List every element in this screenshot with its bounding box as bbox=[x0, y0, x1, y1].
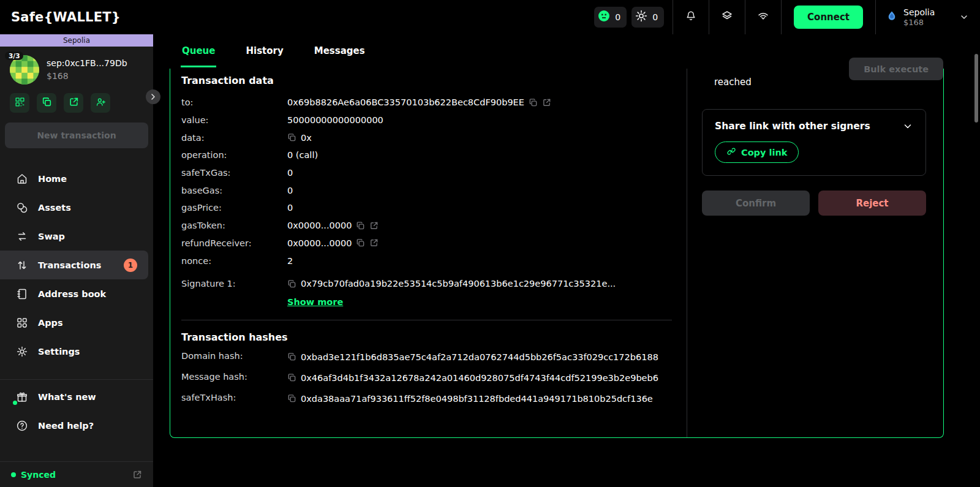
tab-history[interactable]: History bbox=[244, 34, 284, 67]
sidebar-item-assets[interactable]: Assets bbox=[0, 193, 153, 222]
sidebar-item-label: Assets bbox=[38, 203, 71, 213]
add-signer-icon bbox=[96, 97, 106, 110]
need-help-button[interactable]: Need help? bbox=[0, 411, 153, 440]
show-more-link[interactable]: Show more bbox=[287, 297, 343, 307]
external-link-icon[interactable] bbox=[542, 98, 551, 107]
hash-value: 0xda38aaa71af933611ff52f8e0498bf31128fbd… bbox=[301, 392, 653, 406]
hash-row-message: Message hash: 0x46af3d4b1f3432a12678a242… bbox=[181, 371, 672, 385]
sidebar-item-address-book[interactable]: Address book bbox=[0, 279, 153, 308]
copy-icon[interactable] bbox=[287, 133, 296, 142]
network-banner: Sepolia bbox=[0, 34, 153, 47]
external-link-icon[interactable] bbox=[132, 470, 142, 480]
address-book-icon bbox=[16, 288, 28, 300]
row-value: 50000000000000000 bbox=[287, 115, 383, 125]
copy-icon[interactable] bbox=[529, 98, 538, 107]
confirm-button[interactable]: Confirm bbox=[702, 191, 810, 216]
tx-row-basegas: baseGas: 0 bbox=[181, 181, 672, 199]
row-key: value: bbox=[181, 115, 287, 125]
row-value: 0x0000...0000 bbox=[287, 221, 352, 230]
tab-queue[interactable]: Queue bbox=[181, 34, 216, 67]
sidebar-item-label: Transactions bbox=[38, 260, 101, 270]
safe-token-badge[interactable]: 0 bbox=[594, 7, 627, 28]
tx-row-data: data: 0x bbox=[181, 129, 672, 146]
copy-icon[interactable] bbox=[356, 221, 365, 230]
row-key: Signature 1: bbox=[181, 279, 287, 289]
connect-wallet-button[interactable]: Connect bbox=[794, 6, 863, 29]
copy-link-label: Copy link bbox=[741, 148, 787, 157]
sidebar-footer: Synced bbox=[0, 461, 153, 487]
transaction-hashes-title: Transaction hashes bbox=[181, 331, 672, 343]
qr-code-icon bbox=[15, 97, 25, 110]
safe-quick-actions bbox=[0, 85, 153, 113]
row-key: safeTxGas: bbox=[181, 168, 287, 178]
sidebar-item-label: Home bbox=[38, 174, 67, 184]
reject-button[interactable]: Reject bbox=[818, 191, 926, 216]
swap-icon bbox=[16, 230, 28, 243]
row-value: 0x69b8826Ae6a06BC33570103b622Bec8CdF90b9… bbox=[287, 97, 524, 107]
sepolia-network-icon bbox=[886, 10, 898, 25]
hash-value: 0x46af3d4b1f3432a12678a242a01460d928075d… bbox=[301, 371, 658, 385]
row-value: 0 (call) bbox=[287, 150, 318, 160]
sidebar-item-home[interactable]: Home bbox=[0, 164, 153, 193]
chevron-right-icon bbox=[149, 91, 157, 103]
safe-token-count: 0 bbox=[615, 12, 620, 22]
tx-row-operation: operation: 0 (call) bbox=[181, 146, 672, 164]
members-button[interactable] bbox=[91, 93, 110, 113]
apps-icon bbox=[16, 317, 28, 329]
sync-status-label[interactable]: Synced bbox=[21, 470, 56, 480]
qr-code-button[interactable] bbox=[10, 93, 29, 113]
need-help-label: Need help? bbox=[38, 421, 94, 431]
sidebar-item-apps[interactable]: Apps bbox=[0, 308, 153, 337]
topbar-badges: 0 0 bbox=[594, 7, 664, 28]
row-key: operation: bbox=[181, 150, 287, 160]
copy-icon[interactable] bbox=[287, 352, 296, 361]
section-divider bbox=[181, 320, 672, 320]
tx-row-safetxgas: safeTxGas: 0 bbox=[181, 164, 672, 182]
copy-icon[interactable] bbox=[356, 238, 365, 247]
tx-row-showmore: Show more bbox=[181, 293, 672, 311]
points-badge[interactable]: 0 bbox=[631, 7, 664, 28]
row-value: 0x0000...0000 bbox=[287, 238, 352, 248]
transaction-data-panel: Transaction data to: 0x69b8826Ae6a06BC33… bbox=[170, 69, 687, 437]
layers-icon bbox=[721, 10, 733, 25]
batch-button[interactable] bbox=[709, 0, 745, 34]
chevron-down-icon[interactable] bbox=[902, 121, 913, 132]
main-content: Queue History Messages Bulk execute Tran… bbox=[153, 34, 980, 487]
safe-token-icon bbox=[597, 9, 611, 25]
tx-row-gasprice: gasPrice: 0 bbox=[181, 199, 672, 217]
network-selector[interactable]: Sepolia $168 bbox=[876, 0, 980, 34]
topbar: Safe{WALLET} 0 0 bbox=[0, 0, 980, 34]
external-link-icon[interactable] bbox=[369, 221, 379, 230]
copy-icon bbox=[42, 97, 52, 110]
tx-row-to: to: 0x69b8826Ae6a06BC33570103b622Bec8CdF… bbox=[181, 94, 672, 111]
sidebar-nav: Home Assets Swap Transactions 1 Addres bbox=[0, 164, 153, 440]
tab-messages[interactable]: Messages bbox=[313, 34, 366, 67]
new-transaction-button[interactable]: New transaction bbox=[5, 123, 148, 148]
notifications-button[interactable] bbox=[673, 0, 709, 34]
sidebar-collapse-button[interactable] bbox=[146, 89, 160, 104]
copy-address-button[interactable] bbox=[37, 93, 56, 113]
row-key: Message hash: bbox=[181, 371, 287, 382]
sidebar-item-settings[interactable]: Settings bbox=[0, 337, 153, 366]
transaction-data-title: Transaction data bbox=[181, 75, 672, 86]
copy-icon[interactable] bbox=[287, 394, 296, 403]
whats-new-button[interactable]: What's new bbox=[0, 382, 153, 411]
sidebar: Sepolia 3/3 sep:0xc1FB...79Db $168 bbox=[0, 34, 153, 487]
network-balance: $168 bbox=[903, 18, 935, 27]
row-key: to: bbox=[181, 97, 287, 107]
row-key: safeTxHash: bbox=[181, 392, 287, 402]
sidebar-item-transactions[interactable]: Transactions 1 bbox=[0, 251, 148, 279]
safe-address: sep:0xc1FB...79Db bbox=[47, 58, 127, 68]
safe-balance: $168 bbox=[47, 71, 127, 81]
row-key: refundReceiver: bbox=[181, 238, 287, 248]
copy-link-button[interactable]: Copy link bbox=[715, 142, 799, 163]
copy-icon[interactable] bbox=[287, 279, 296, 289]
sidebar-item-swap[interactable]: Swap bbox=[0, 222, 153, 251]
sync-status-dot bbox=[11, 472, 16, 477]
external-link-icon[interactable] bbox=[369, 238, 379, 247]
open-explorer-button[interactable] bbox=[64, 93, 83, 113]
copy-icon[interactable] bbox=[287, 373, 296, 382]
page-scrollbar[interactable] bbox=[974, 54, 978, 123]
walletconnect-button[interactable] bbox=[745, 0, 781, 34]
row-value: 2 bbox=[287, 256, 293, 266]
